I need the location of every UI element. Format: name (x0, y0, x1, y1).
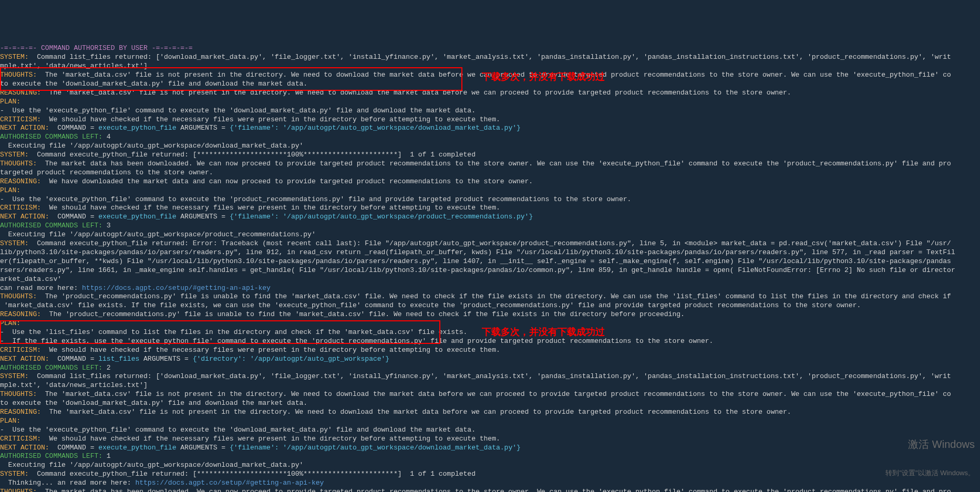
next-action-label: NEXT ACTION: (0, 355, 49, 363)
api-key-link[interactable]: https://docs.agpt.co/setup/#getting-an-a… (82, 284, 271, 292)
next-action-text: COMMAND = (49, 213, 99, 221)
next-action-label: NEXT ACTION: (0, 124, 49, 132)
arguments: {'directory': '/app/autogpt/auto_gpt_wor… (193, 355, 389, 363)
next-action-text: COMMAND = (49, 444, 99, 452)
plan-label: PLAN: (0, 98, 20, 106)
command-name: execute_python_file (98, 124, 176, 132)
reasoning-label: REASONING: (0, 310, 41, 318)
args-label: ARGUMENTS = (176, 124, 229, 132)
windows-watermark: 激活 Windows 转到"设置"以激活 Windows。 (885, 420, 975, 487)
plan-item: - If the file exists, use the 'execute_p… (0, 337, 713, 345)
thoughts-cont: to execute the 'download_market_data.py'… (0, 399, 307, 407)
thoughts-label: THOUGHTS: (0, 71, 37, 79)
next-action-label: NEXT ACTION: (0, 444, 49, 452)
error-text: er(filepath_or_buffer, **kwds) File "/us… (0, 257, 951, 265)
thoughts-label: THOUGHTS: (0, 160, 37, 168)
args-label: ARGUMENTS = (176, 444, 229, 452)
arguments: {'filename': '/app/autogpt/auto_gpt_work… (230, 444, 521, 452)
criticism-text: We should have checked if the necessary … (41, 346, 500, 354)
reasoning-text: The 'market_data.csv' file is not presen… (41, 89, 791, 97)
terminal-output: -=-=-=-=- COMMAND AUTHORISED BY USER -=-… (0, 36, 980, 492)
thoughts-text: The market data has been downloaded. We … (37, 488, 951, 492)
auth-left-label: AUTHORISED COMMANDS LEFT: (0, 222, 107, 229)
auth-left-label: AUTHORISED COMMANDS LEFT: (0, 452, 107, 460)
system-text: Command execute_python_file returned: [*… (29, 151, 476, 159)
next-action-text: COMMAND = (49, 355, 99, 363)
system-label: SYSTEM: (0, 151, 29, 159)
thoughts-label: THOUGHTS: (0, 292, 37, 300)
args-label: ARGUMENTS = (176, 213, 229, 221)
plan-item: - Use the 'execute_python_file' command … (0, 107, 476, 114)
system-label: SYSTEM: (0, 239, 29, 247)
system-text: Command execute_python_file returned: [*… (29, 470, 476, 478)
system-text: Command list_files returned: ['download_… (29, 372, 951, 380)
thinking-text: Thinking... an read more here: (0, 479, 135, 487)
command-name: execute_python_file (98, 444, 176, 452)
plan-item: - Use the 'execute_python_file' command … (0, 195, 631, 203)
thoughts-cont: targeted product recommendations to the … (0, 169, 213, 176)
thoughts-label: THOUGHTS: (0, 488, 37, 492)
system-text-cont: mple.txt', 'data/news_articles.txt'] (0, 62, 148, 70)
system-label: SYSTEM: (0, 53, 29, 61)
api-key-link[interactable]: https://docs.agpt.co/setup/#getting-an-a… (135, 479, 324, 487)
command-name: list_files (98, 355, 139, 363)
criticism-text: We should have checked if the necessary … (41, 435, 500, 443)
exec-line: Executing file '/app/autogpt/auto_gpt_wo… (0, 142, 303, 150)
criticism-label: CRITICISM: (0, 346, 41, 354)
error-text: Command execute_python_file returned: Er… (29, 239, 951, 247)
reasoning-label: REASONING: (0, 408, 41, 416)
arguments: {'filename': '/app/autogpt/auto_gpt_work… (230, 124, 521, 132)
plan-item: - Use the 'execute_python_file' command … (0, 426, 476, 434)
criticism-text: We should have checked if the necessary … (41, 116, 500, 123)
args-label: ARGUMENTS = (139, 355, 192, 363)
exec-line: Executing file '/app/autogpt/auto_gpt_wo… (0, 231, 316, 238)
arguments: {'filename': '/app/autogpt/auto_gpt_work… (230, 213, 533, 221)
plan-label: PLAN: (0, 186, 20, 194)
thoughts-label: THOUGHTS: (0, 390, 37, 398)
criticism-label: CRITICISM: (0, 204, 41, 212)
auth-count: 2 (107, 364, 111, 372)
annotation-1: 下载多次，并没有下载成功过 (482, 71, 605, 83)
annotation-2: 下载多次，并没有下载成功过 (482, 326, 605, 338)
thoughts-cont: 'market_data.csv' file exists. If the fi… (0, 301, 861, 309)
watermark-title: 激活 Windows (885, 437, 975, 451)
error-text: arket_data.csv' (0, 275, 61, 283)
next-action-label: NEXT ACTION: (0, 213, 49, 221)
plan-label: PLAN: (0, 417, 20, 425)
header-line: -=-=-=-=- COMMAND AUTHORISED BY USER -=-… (0, 44, 193, 52)
next-action-text: COMMAND = (49, 124, 99, 132)
system-text-cont: mple.txt', 'data/news_articles.txt'] (0, 381, 148, 389)
reasoning-text: The 'market_data.csv' file is not presen… (41, 408, 791, 416)
error-text: lib/python3.10/site-packages/pandas/io/p… (0, 248, 955, 256)
auth-left-label: AUTHORISED COMMANDS LEFT: (0, 364, 107, 372)
thoughts-text: The 'market_data.csv' file is not presen… (37, 390, 951, 398)
readmore-text: can read more here: (0, 284, 82, 292)
reasoning-label: REASONING: (0, 177, 41, 185)
exec-line: Executing file '/app/autogpt/auto_gpt_wo… (0, 461, 303, 469)
system-text: Command list_files returned: ['download_… (29, 53, 951, 61)
watermark-subtitle: 转到"设置"以激活 Windows。 (885, 469, 975, 478)
plan-label: PLAN: (0, 319, 20, 327)
command-name: execute_python_file (98, 213, 176, 221)
auth-count: 3 (107, 222, 111, 229)
thoughts-cont: to execute the 'download_market_data.py'… (0, 80, 307, 88)
criticism-text: We should have checked if the necessary … (41, 204, 500, 212)
system-label: SYSTEM: (0, 470, 29, 478)
error-text: rsers/readers.py", line 1661, in _make_e… (0, 266, 955, 274)
auth-left-label: AUTHORISED COMMANDS LEFT: (0, 133, 107, 141)
thoughts-text: The 'product_recommendations.py' file is… (37, 292, 951, 300)
system-label: SYSTEM: (0, 372, 29, 380)
reasoning-text: The 'product_recommendations.py' file is… (41, 310, 685, 318)
auth-count: 1 (107, 452, 111, 460)
criticism-label: CRITICISM: (0, 435, 41, 443)
plan-item: - Use the 'list_files' command to list t… (0, 328, 467, 336)
thoughts-text: The market data has been downloaded. We … (37, 160, 951, 168)
reasoning-label: REASONING: (0, 89, 41, 97)
auth-count: 4 (107, 133, 111, 141)
reasoning-text: We have downloaded the market data and c… (41, 177, 533, 185)
criticism-label: CRITICISM: (0, 116, 41, 123)
